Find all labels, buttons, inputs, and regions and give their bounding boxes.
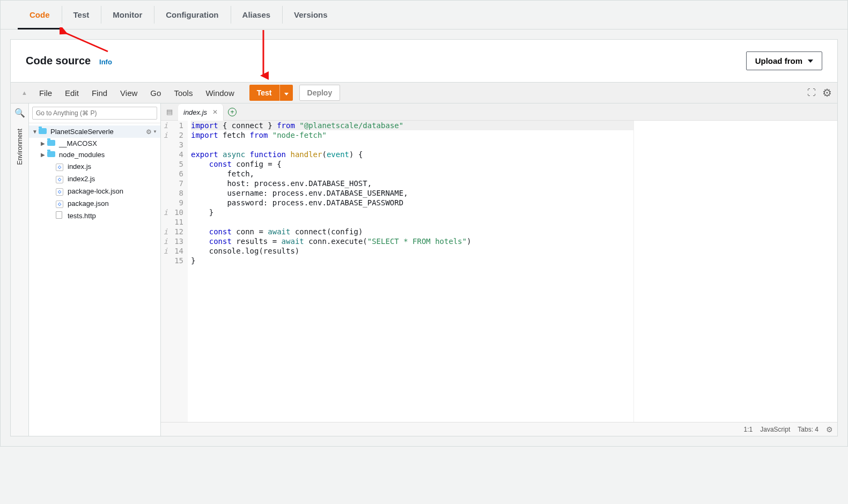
test-button[interactable]: Test <box>249 85 280 101</box>
menu-window[interactable]: Window <box>199 85 240 101</box>
code-editor[interactable]: import { connect } from "@planetscale/da… <box>188 121 633 422</box>
tab-code[interactable]: Code <box>18 1 62 29</box>
pane-icon[interactable]: ▤ <box>161 108 178 116</box>
close-icon[interactable]: ✕ <box>212 108 218 116</box>
chevron-down-icon <box>808 60 813 63</box>
tab-monitor[interactable]: Monitor <box>101 1 154 29</box>
tree-item[interactable]: ▶node_modules <box>29 149 160 160</box>
tree-item[interactable]: package.json <box>29 197 160 210</box>
tree-item[interactable]: index.js <box>29 160 160 173</box>
upload-from-button[interactable]: Upload from <box>746 51 822 70</box>
menu-view[interactable]: View <box>114 85 144 101</box>
menu-file[interactable]: File <box>33 85 58 101</box>
tree-item[interactable]: tests.http <box>29 210 160 222</box>
environment-tab[interactable]: Environment <box>16 125 24 168</box>
tab-aliases[interactable]: Aliases <box>231 1 283 29</box>
status-language[interactable]: JavaScript <box>760 426 790 433</box>
menu-edit[interactable]: Edit <box>58 85 85 101</box>
menu-find[interactable]: Find <box>85 85 114 101</box>
editor-tab-label: index.js <box>183 108 207 116</box>
gear-icon[interactable]: ⚙ <box>826 425 833 434</box>
tab-configuration[interactable]: Configuration <box>154 1 230 29</box>
gear-icon[interactable]: ⚙ <box>146 128 152 136</box>
menu-go[interactable]: Go <box>144 85 167 101</box>
test-button-group: Test <box>249 85 293 101</box>
search-icon[interactable]: 🔍 <box>14 108 25 118</box>
upload-from-label: Upload from <box>755 56 802 65</box>
status-cursor-pos: 1:1 <box>744 426 753 433</box>
fullscreen-icon[interactable]: ⛶ <box>807 88 816 98</box>
page-title: Code source <box>26 55 91 67</box>
menu-tools[interactable]: Tools <box>167 85 199 101</box>
deploy-button[interactable]: Deploy <box>299 85 341 101</box>
tree-root[interactable]: ▼PlanetScaleServerle⚙▼ <box>29 125 160 138</box>
tree-item[interactable]: ▶__MACOSX <box>29 138 160 149</box>
tab-test[interactable]: Test <box>62 1 101 29</box>
chevron-down-icon <box>284 93 289 95</box>
tab-versions[interactable]: Versions <box>282 1 340 29</box>
status-tabs[interactable]: Tabs: 4 <box>798 426 818 433</box>
test-dropdown-button[interactable] <box>280 85 293 101</box>
info-link[interactable]: Info <box>99 58 112 66</box>
editor-right-margin <box>633 121 837 422</box>
tree-item[interactable]: package-lock.json <box>29 185 160 197</box>
editor-tab-indexjs[interactable]: index.js ✕ <box>178 104 224 121</box>
add-tab-button[interactable]: + <box>228 108 237 116</box>
gear-icon[interactable]: ⚙ <box>822 86 832 99</box>
goto-anything-input[interactable] <box>32 107 157 120</box>
tree-item[interactable]: index2.js <box>29 173 160 185</box>
collapse-icon[interactable]: ▲ <box>16 86 33 99</box>
